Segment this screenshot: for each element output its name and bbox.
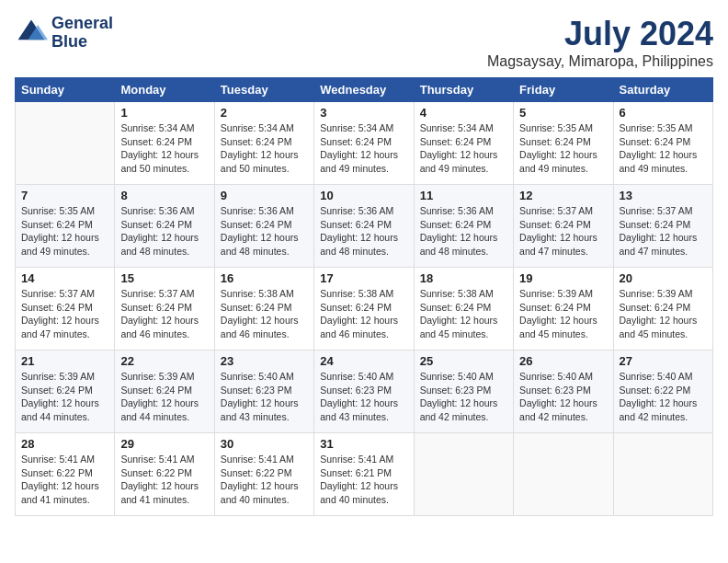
day-info: Sunrise: 5:39 AM Sunset: 6:24 PM Dayligh…	[21, 370, 108, 424]
day-number: 28	[21, 437, 108, 451]
logo-text: General Blue	[51, 15, 113, 52]
day-number: 5	[519, 106, 607, 120]
header-day-sunday: Sunday	[16, 78, 115, 102]
day-info: Sunrise: 5:37 AM Sunset: 6:24 PM Dayligh…	[21, 287, 108, 341]
day-number: 17	[320, 271, 407, 285]
day-number: 19	[519, 271, 607, 285]
day-number: 7	[21, 189, 108, 202]
calendar-cell	[16, 102, 115, 185]
header-day-saturday: Saturday	[613, 78, 712, 102]
day-number: 9	[221, 189, 308, 202]
day-info: Sunrise: 5:36 AM Sunset: 6:24 PM Dayligh…	[221, 204, 308, 259]
day-number: 16	[221, 271, 308, 285]
calendar-cell: 5Sunrise: 5:35 AM Sunset: 6:24 PM Daylig…	[514, 102, 613, 185]
day-info: Sunrise: 5:40 AM Sunset: 6:22 PM Dayligh…	[620, 370, 707, 424]
logo-icon	[15, 17, 48, 50]
day-info: Sunrise: 5:40 AM Sunset: 6:23 PM Dayligh…	[320, 370, 407, 424]
day-number: 12	[519, 189, 607, 202]
calendar-cell: 11Sunrise: 5:36 AM Sunset: 6:24 PM Dayli…	[414, 185, 513, 268]
day-info: Sunrise: 5:41 AM Sunset: 6:22 PM Dayligh…	[221, 453, 308, 507]
day-number: 13	[620, 189, 707, 202]
calendar-cell: 22Sunrise: 5:39 AM Sunset: 6:24 PM Dayli…	[115, 350, 214, 433]
calendar-cell: 30Sunrise: 5:41 AM Sunset: 6:22 PM Dayli…	[214, 433, 313, 516]
day-number: 3	[320, 106, 407, 120]
day-number: 31	[320, 437, 407, 451]
calendar-cell: 15Sunrise: 5:37 AM Sunset: 6:24 PM Dayli…	[115, 268, 214, 350]
day-info: Sunrise: 5:41 AM Sunset: 6:21 PM Dayligh…	[320, 453, 407, 507]
day-info: Sunrise: 5:38 AM Sunset: 6:24 PM Dayligh…	[221, 287, 308, 341]
day-info: Sunrise: 5:37 AM Sunset: 6:24 PM Dayligh…	[620, 204, 707, 259]
calendar-week-row: 7Sunrise: 5:35 AM Sunset: 6:24 PM Daylig…	[16, 185, 713, 268]
day-info: Sunrise: 5:34 AM Sunset: 6:24 PM Dayligh…	[120, 121, 208, 176]
calendar-cell: 2Sunrise: 5:34 AM Sunset: 6:24 PM Daylig…	[214, 102, 313, 185]
calendar-cell: 14Sunrise: 5:37 AM Sunset: 6:24 PM Dayli…	[16, 268, 115, 350]
calendar-cell: 29Sunrise: 5:41 AM Sunset: 6:22 PM Dayli…	[115, 433, 214, 516]
calendar-cell: 26Sunrise: 5:40 AM Sunset: 6:23 PM Dayli…	[514, 350, 613, 433]
day-info: Sunrise: 5:35 AM Sunset: 6:24 PM Dayligh…	[519, 121, 607, 176]
calendar-cell: 3Sunrise: 5:34 AM Sunset: 6:24 PM Daylig…	[314, 102, 414, 185]
header-day-monday: Monday	[115, 78, 214, 102]
day-info: Sunrise: 5:40 AM Sunset: 6:23 PM Dayligh…	[221, 370, 308, 424]
calendar-cell: 24Sunrise: 5:40 AM Sunset: 6:23 PM Dayli…	[314, 350, 414, 433]
header-day-wednesday: Wednesday	[314, 78, 414, 102]
calendar-cell: 23Sunrise: 5:40 AM Sunset: 6:23 PM Dayli…	[214, 350, 313, 433]
day-info: Sunrise: 5:38 AM Sunset: 6:24 PM Dayligh…	[420, 287, 507, 341]
day-info: Sunrise: 5:38 AM Sunset: 6:24 PM Dayligh…	[320, 287, 407, 341]
calendar-week-row: 21Sunrise: 5:39 AM Sunset: 6:24 PM Dayli…	[16, 350, 713, 433]
day-info: Sunrise: 5:40 AM Sunset: 6:23 PM Dayligh…	[519, 370, 607, 424]
calendar-week-row: 1Sunrise: 5:34 AM Sunset: 6:24 PM Daylig…	[16, 102, 713, 185]
calendar-cell: 31Sunrise: 5:41 AM Sunset: 6:21 PM Dayli…	[314, 433, 414, 516]
month-title: July 2024	[487, 15, 713, 53]
day-info: Sunrise: 5:37 AM Sunset: 6:24 PM Dayligh…	[519, 204, 607, 259]
calendar-cell: 28Sunrise: 5:41 AM Sunset: 6:22 PM Dayli…	[16, 433, 115, 516]
day-number: 18	[420, 271, 507, 285]
day-number: 2	[221, 106, 308, 120]
day-number: 4	[420, 106, 507, 120]
day-info: Sunrise: 5:41 AM Sunset: 6:22 PM Dayligh…	[21, 453, 108, 507]
day-number: 21	[21, 354, 108, 368]
calendar-cell: 9Sunrise: 5:36 AM Sunset: 6:24 PM Daylig…	[214, 185, 313, 268]
calendar-cell: 17Sunrise: 5:38 AM Sunset: 6:24 PM Dayli…	[314, 268, 414, 350]
logo: General Blue	[15, 15, 113, 52]
day-info: Sunrise: 5:37 AM Sunset: 6:24 PM Dayligh…	[120, 287, 208, 341]
day-info: Sunrise: 5:39 AM Sunset: 6:24 PM Dayligh…	[620, 287, 707, 341]
calendar-cell: 27Sunrise: 5:40 AM Sunset: 6:22 PM Dayli…	[613, 350, 712, 433]
day-info: Sunrise: 5:35 AM Sunset: 6:24 PM Dayligh…	[620, 121, 707, 176]
day-info: Sunrise: 5:39 AM Sunset: 6:24 PM Dayligh…	[120, 370, 208, 424]
day-info: Sunrise: 5:34 AM Sunset: 6:24 PM Dayligh…	[320, 121, 407, 176]
header-day-thursday: Thursday	[414, 78, 513, 102]
day-number: 14	[21, 271, 108, 285]
day-info: Sunrise: 5:36 AM Sunset: 6:24 PM Dayligh…	[320, 204, 407, 259]
header-day-friday: Friday	[514, 78, 613, 102]
day-number: 11	[420, 189, 507, 202]
header-day-tuesday: Tuesday	[214, 78, 313, 102]
day-number: 1	[120, 106, 208, 120]
calendar-cell: 8Sunrise: 5:36 AM Sunset: 6:24 PM Daylig…	[115, 185, 214, 268]
calendar-cell: 13Sunrise: 5:37 AM Sunset: 6:24 PM Dayli…	[613, 185, 712, 268]
calendar-cell: 1Sunrise: 5:34 AM Sunset: 6:24 PM Daylig…	[115, 102, 214, 185]
day-number: 6	[620, 106, 707, 120]
day-info: Sunrise: 5:34 AM Sunset: 6:24 PM Dayligh…	[221, 121, 308, 176]
day-info: Sunrise: 5:41 AM Sunset: 6:22 PM Dayligh…	[120, 453, 208, 507]
calendar-cell: 20Sunrise: 5:39 AM Sunset: 6:24 PM Dayli…	[613, 268, 712, 350]
calendar-cell: 6Sunrise: 5:35 AM Sunset: 6:24 PM Daylig…	[613, 102, 712, 185]
day-info: Sunrise: 5:34 AM Sunset: 6:24 PM Dayligh…	[420, 121, 507, 176]
calendar-cell: 4Sunrise: 5:34 AM Sunset: 6:24 PM Daylig…	[414, 102, 513, 185]
calendar-cell: 25Sunrise: 5:40 AM Sunset: 6:23 PM Dayli…	[414, 350, 513, 433]
calendar-week-row: 14Sunrise: 5:37 AM Sunset: 6:24 PM Dayli…	[16, 268, 713, 350]
calendar-header-row: SundayMondayTuesdayWednesdayThursdayFrid…	[16, 78, 713, 102]
day-number: 8	[120, 189, 208, 202]
calendar-cell: 21Sunrise: 5:39 AM Sunset: 6:24 PM Dayli…	[16, 350, 115, 433]
calendar-week-row: 28Sunrise: 5:41 AM Sunset: 6:22 PM Dayli…	[16, 433, 713, 516]
calendar-cell: 18Sunrise: 5:38 AM Sunset: 6:24 PM Dayli…	[414, 268, 513, 350]
day-number: 27	[620, 354, 707, 368]
calendar-cell	[514, 433, 613, 516]
calendar-cell: 16Sunrise: 5:38 AM Sunset: 6:24 PM Dayli…	[214, 268, 313, 350]
day-number: 23	[221, 354, 308, 368]
page-header: General Blue July 2024 Magsaysay, Mimaro…	[15, 15, 713, 70]
day-number: 25	[420, 354, 507, 368]
calendar-cell: 19Sunrise: 5:39 AM Sunset: 6:24 PM Dayli…	[514, 268, 613, 350]
calendar-cell: 12Sunrise: 5:37 AM Sunset: 6:24 PM Dayli…	[514, 185, 613, 268]
day-info: Sunrise: 5:35 AM Sunset: 6:24 PM Dayligh…	[21, 204, 108, 259]
calendar-cell: 7Sunrise: 5:35 AM Sunset: 6:24 PM Daylig…	[16, 185, 115, 268]
